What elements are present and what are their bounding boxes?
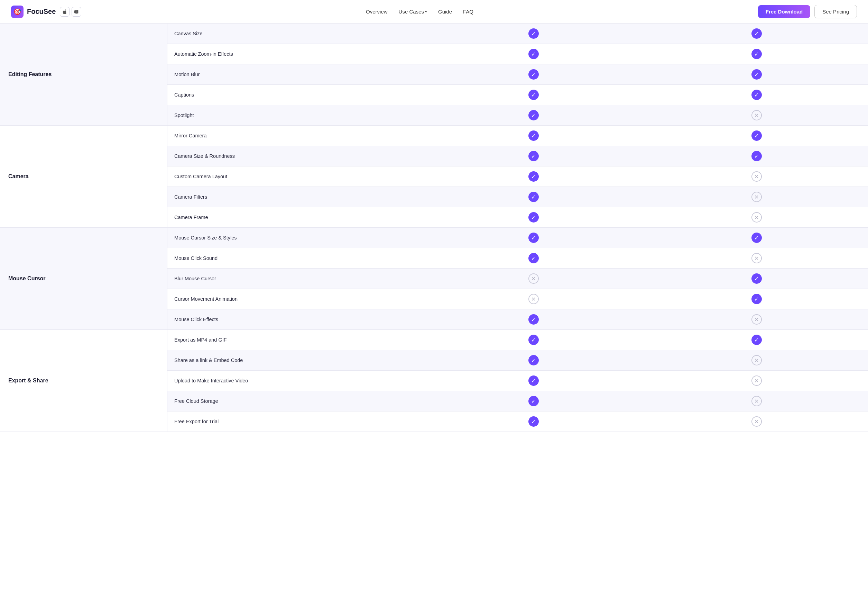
check-no-icon: ✕ [751,396,762,406]
check-yes-icon: ✓ [528,171,539,182]
check-yes-icon: ✓ [528,416,539,427]
nav-actions: Free Download See Pricing [758,5,857,18]
pro-check-cell: ✓ [422,146,645,166]
comparison-table-wrapper: Editing FeaturesCanvas Size✓✓Automatic Z… [0,24,868,432]
check-yes-icon: ✓ [751,294,762,304]
check-no-icon: ✕ [751,314,762,325]
pro-check-cell: ✓ [422,126,645,146]
check-yes-icon: ✓ [751,151,762,161]
pro-check-cell: ✓ [422,64,645,85]
navigation: 🎯 FocuSee Overview Use Cases ▾ Guide FAQ… [0,0,868,24]
check-yes-icon: ✓ [528,69,539,80]
other-check-cell: ✕ [645,166,868,187]
category-cell: Mouse Cursor [0,228,167,330]
nav-links: Overview Use Cases ▾ Guide FAQ [366,9,474,15]
check-yes-icon: ✓ [751,334,762,345]
category-cell: Export & Share [0,330,167,432]
pro-check-cell: ✓ [422,330,645,350]
nav-guide[interactable]: Guide [438,9,452,15]
pro-check-cell: ✓ [422,350,645,371]
mac-icon[interactable] [60,7,69,16]
comparison-table: Editing FeaturesCanvas Size✓✓Automatic Z… [0,24,868,432]
feature-cell: Camera Size & Roundness [167,146,422,166]
check-no-icon: ✕ [751,253,762,263]
feature-cell: Blur Mouse Cursor [167,269,422,289]
check-yes-icon: ✓ [528,90,539,100]
other-check-cell: ✕ [645,350,868,371]
check-yes-icon: ✓ [751,69,762,80]
feature-cell: Automatic Zoom-in Effects [167,44,422,64]
check-yes-icon: ✓ [751,90,762,100]
feature-cell: Mouse Click Sound [167,248,422,269]
pro-check-cell: ✓ [422,411,645,432]
platform-icons [60,7,81,16]
feature-cell: Camera Frame [167,207,422,228]
check-yes-icon: ✓ [528,253,539,263]
other-check-cell: ✓ [645,146,868,166]
other-check-cell: ✓ [645,269,868,289]
see-pricing-button[interactable]: See Pricing [814,5,857,18]
check-no-icon: ✕ [528,294,539,304]
logo[interactable]: 🎯 FocuSee [11,6,56,18]
check-yes-icon: ✓ [751,232,762,243]
other-check-cell: ✕ [645,105,868,126]
feature-cell: Motion Blur [167,64,422,85]
pro-check-cell: ✓ [422,391,645,411]
check-yes-icon: ✓ [528,212,539,222]
check-yes-icon: ✓ [751,49,762,59]
other-check-cell: ✕ [645,309,868,330]
other-check-cell: ✓ [645,289,868,309]
check-yes-icon: ✓ [751,130,762,141]
table-row: Editing FeaturesCanvas Size✓✓ [0,24,868,44]
feature-cell: Export as MP4 and GIF [167,330,422,350]
pro-check-cell: ✕ [422,269,645,289]
check-no-icon: ✕ [751,171,762,182]
pro-check-cell: ✓ [422,371,645,391]
feature-cell: Upload to Make Interactive Video [167,371,422,391]
check-no-icon: ✕ [751,376,762,386]
pro-check-cell: ✓ [422,228,645,248]
check-yes-icon: ✓ [528,49,539,59]
free-download-button[interactable]: Free Download [758,5,810,18]
other-check-cell: ✕ [645,207,868,228]
other-check-cell: ✓ [645,126,868,146]
check-yes-icon: ✓ [528,110,539,120]
other-check-cell: ✓ [645,64,868,85]
feature-cell: Captions [167,85,422,105]
check-yes-icon: ✓ [528,130,539,141]
check-yes-icon: ✓ [751,28,762,39]
feature-cell: Mirror Camera [167,126,422,146]
feature-cell: Mouse Click Effects [167,309,422,330]
check-yes-icon: ✓ [528,334,539,345]
nav-use-cases[interactable]: Use Cases ▾ [399,9,427,15]
other-check-cell: ✕ [645,411,868,432]
pro-check-cell: ✓ [422,248,645,269]
check-no-icon: ✕ [751,355,762,366]
pro-check-cell: ✓ [422,105,645,126]
other-check-cell: ✓ [645,44,868,64]
chevron-down-icon: ▾ [425,9,427,14]
nav-overview[interactable]: Overview [366,9,388,15]
logo-icon: 🎯 [11,6,24,18]
check-yes-icon: ✓ [528,151,539,161]
nav-faq[interactable]: FAQ [463,9,474,15]
other-check-cell: ✓ [645,228,868,248]
feature-cell: Spotlight [167,105,422,126]
logo-text: FocuSee [27,7,56,16]
table-row: CameraMirror Camera✓✓ [0,126,868,146]
check-yes-icon: ✓ [528,396,539,406]
pro-check-cell: ✕ [422,289,645,309]
pro-check-cell: ✓ [422,44,645,64]
table-row: Export & ShareExport as MP4 and GIF✓✓ [0,330,868,350]
check-no-icon: ✕ [528,274,539,284]
other-check-cell: ✕ [645,187,868,207]
other-check-cell: ✓ [645,85,868,105]
category-cell: Editing Features [0,24,167,126]
feature-cell: Camera Filters [167,187,422,207]
pro-check-cell: ✓ [422,187,645,207]
feature-cell: Cursor Movement Animation [167,289,422,309]
pro-check-cell: ✓ [422,24,645,44]
feature-cell: Share as a link & Embed Code [167,350,422,371]
windows-icon[interactable] [72,7,81,16]
category-cell: Camera [0,126,167,228]
